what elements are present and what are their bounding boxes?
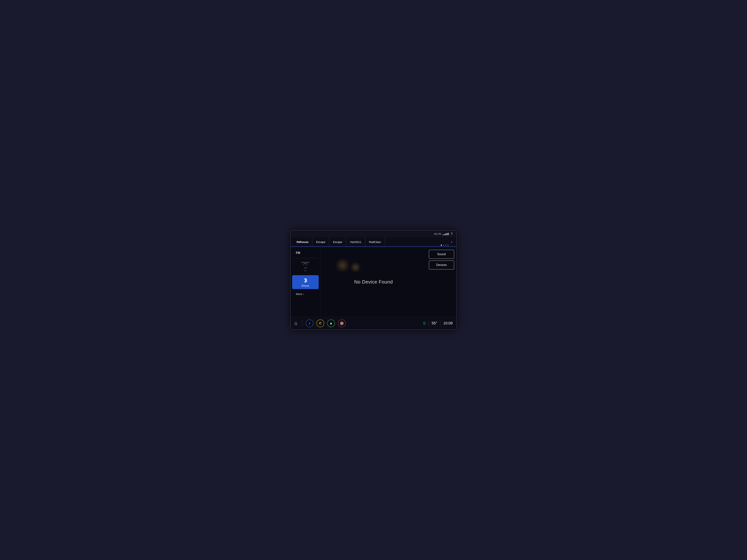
- no-device-message: No Device Found: [354, 279, 393, 285]
- sidebar-item-fm[interactable]: FM: [292, 249, 319, 257]
- time-display: 10:09: [443, 321, 453, 325]
- connected-button[interactable]: [338, 319, 346, 327]
- bottom-right-status: 0 55° 10:09: [423, 321, 453, 326]
- tab-escape-2[interactable]: Escape: [329, 237, 346, 246]
- tab-radclasc[interactable]: RadClasc: [365, 237, 385, 246]
- devices-button[interactable]: Devices: [429, 261, 454, 269]
- car-infotainment-screen: 4G LTE 📍 Rdhouse Escape Escape Yacht311 …: [290, 230, 457, 330]
- sidebar-item-more[interactable]: More ›: [292, 291, 319, 297]
- tab-escape-1[interactable]: Escape: [312, 237, 329, 246]
- tab-rdhouse[interactable]: Rdhouse: [293, 237, 312, 246]
- nav-dot-4: [447, 245, 448, 246]
- wave-small: [304, 270, 306, 272]
- nav-tabs: Rdhouse Escape Escape Yacht311 RadClasc …: [291, 237, 456, 247]
- main-content: FM SiriusXM iPhone More ›: [291, 247, 456, 317]
- conn-icon: [340, 321, 344, 325]
- status-bar: 4G LTE 📍: [291, 231, 456, 237]
- svg-point-3: [341, 323, 341, 323]
- nav-dots: [441, 245, 448, 246]
- wave-medium: [304, 267, 307, 271]
- music-icon: ♪: [309, 321, 310, 325]
- music-button[interactable]: ♪: [306, 319, 313, 327]
- signal-bar-1: [443, 235, 443, 235]
- wave-large: [303, 263, 308, 268]
- bottom-bar: ⌂ ♪ ✆ ▲ 0: [291, 317, 456, 329]
- siriusxm-text: SiriusXM: [302, 262, 309, 263]
- lte-label: 4G LTE: [434, 233, 441, 235]
- right-panel: Sound Devices: [427, 247, 456, 317]
- location-icon: 📍: [450, 233, 453, 235]
- nav-dot-1: [441, 245, 442, 246]
- sidebar: FM SiriusXM iPhone More ›: [291, 247, 320, 317]
- tab-yacht311[interactable]: Yacht311: [346, 237, 365, 246]
- center-content: No Device Found: [320, 247, 427, 317]
- signal-bar-3: [445, 234, 446, 235]
- phone-button[interactable]: ✆: [316, 319, 324, 327]
- signal-bars: [443, 233, 449, 235]
- sidebar-item-siriusxm[interactable]: SiriusXM: [292, 260, 319, 274]
- nav-dot-2: [443, 245, 444, 246]
- wifi-waves: [304, 263, 307, 272]
- fm-divider: [294, 258, 317, 258]
- svg-point-2: [341, 324, 342, 324]
- nav-icon: ▲: [329, 321, 333, 325]
- nav-next-arrow[interactable]: ›: [449, 240, 454, 244]
- signal-bar-4: [446, 233, 447, 235]
- sidebar-item-iphone[interactable]: iPhone: [292, 275, 319, 289]
- nav-dot-3: [445, 245, 446, 246]
- phone-icon: ✆: [319, 321, 321, 325]
- signal-bar-2: [444, 234, 445, 235]
- status-zero: 0: [423, 321, 426, 326]
- iphone-label: iPhone: [302, 285, 309, 287]
- svg-point-4: [342, 323, 343, 323]
- svg-point-1: [341, 322, 342, 323]
- temperature-display: 55°: [432, 321, 437, 325]
- siriusxm-icon: SiriusXM: [302, 262, 309, 272]
- home-icon[interactable]: ⌂: [294, 320, 300, 326]
- bluetooth-symbol: [303, 277, 308, 284]
- sound-button[interactable]: Sound: [429, 250, 454, 259]
- nav-button[interactable]: ▲: [327, 319, 335, 327]
- signal-bar-5: [448, 233, 449, 235]
